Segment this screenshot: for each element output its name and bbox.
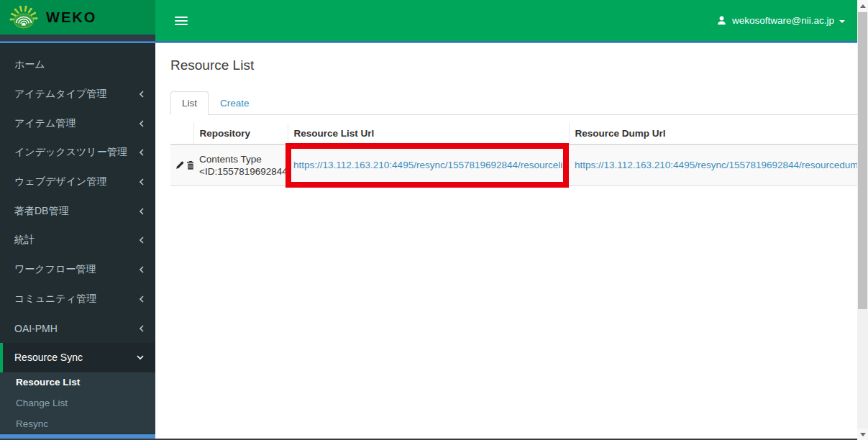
page-title: Resource List — [170, 58, 868, 73]
repository-cell: Contents Type <ID:1557819692844> — [193, 145, 288, 185]
resource-dump-url-link[interactable]: https://13.112.163.210:4495/resync/15578… — [575, 160, 868, 170]
delete-trash-icon[interactable] — [186, 160, 193, 170]
logo-text: WEKO — [46, 9, 96, 26]
col-header-resource-list-url: Resource List Url — [288, 123, 569, 145]
sidebar-item-workflow-admin[interactable]: ワークフロー管理 — [0, 255, 155, 285]
triangle-up-icon — [860, 4, 866, 8]
sidebar-item-authordb-admin[interactable]: 著者DB管理 — [0, 196, 155, 226]
scroll-down-button[interactable] — [857, 428, 868, 440]
main-content: Resource List List Create Repository Res… — [155, 43, 868, 440]
actions-cell — [170, 145, 193, 185]
user-icon — [716, 15, 727, 26]
scroll-up-button[interactable] — [857, 0, 868, 12]
sidebar-item-home[interactable]: ホーム — [0, 50, 155, 80]
user-email: wekosoftware@nii.ac.jp — [732, 15, 834, 26]
col-header-repository: Repository — [193, 123, 288, 145]
submenu-item-resource-list[interactable]: Resource List — [0, 372, 155, 393]
chevron-left-icon — [139, 236, 145, 244]
chevron-left-icon — [139, 119, 145, 128]
scrollbar-thumb[interactable] — [858, 12, 867, 309]
resource-dump-url-cell: https://13.112.163.210:4495/resync/15578… — [569, 145, 868, 185]
col-header-resource-dump-url: Resource Dump Url — [569, 123, 868, 145]
resource-sync-submenu: Resource List Change List Resync — [0, 372, 155, 434]
caret-down-icon — [839, 20, 845, 23]
top-navbar: wekosoftware@nii.ac.jp — [155, 0, 868, 41]
logo-container[interactable]: WEKO — [0, 0, 155, 35]
weko-sun-logo-icon — [7, 3, 40, 32]
sidebar-item-community-admin[interactable]: コミュニティ管理 — [0, 285, 155, 314]
edit-pencil-icon[interactable] — [175, 160, 185, 170]
col-header-actions — [170, 123, 193, 145]
resource-list-url-cell: https://13.112.163.210:4495/resync/15578… — [288, 145, 569, 185]
sidebar-item-webdesign-admin[interactable]: ウェブデザイン管理 — [0, 168, 155, 197]
sidebar-item-statistics[interactable]: 統計 — [0, 226, 155, 255]
chevron-left-icon — [139, 324, 145, 333]
tab-bar: List Create — [170, 91, 868, 115]
triangle-down-icon — [860, 433, 866, 436]
chevron-left-icon — [139, 148, 145, 157]
chevron-left-icon — [139, 295, 145, 303]
logo-sub-strip — [0, 35, 155, 41]
table-header-row: Repository Resource List Url Resource Du… — [170, 123, 868, 145]
resource-list-table: Repository Resource List Url Resource Du… — [170, 123, 868, 186]
sidebar-item-itemtype-admin[interactable]: アイテムタイプ管理 — [0, 80, 155, 109]
resource-list-url-link[interactable]: https://13.112.163.210:4495/resync/15578… — [293, 160, 569, 170]
chevron-down-icon — [136, 354, 145, 361]
sidebar-item-item-admin[interactable]: アイテム管理 — [0, 109, 155, 138]
chevron-left-icon — [139, 178, 145, 186]
vertical-scrollbar[interactable] — [857, 0, 868, 440]
chevron-left-icon — [139, 207, 145, 216]
tab-create[interactable]: Create — [209, 91, 261, 114]
sidebar-toggle-icon[interactable] — [175, 14, 188, 27]
sidebar-item-resource-sync[interactable]: Resource Sync — [0, 343, 155, 372]
chevron-left-icon — [139, 90, 145, 98]
sidebar-item-indextree-admin[interactable]: インデックスツリー管理 — [0, 138, 155, 168]
user-menu[interactable]: wekosoftware@nii.ac.jp — [716, 15, 845, 26]
tab-list[interactable]: List — [170, 91, 209, 115]
sidebar-item-oai-pmh[interactable]: OAI-PMH — [0, 313, 155, 343]
submenu-item-resync[interactable]: Resync — [0, 413, 155, 434]
chevron-left-icon — [139, 265, 145, 274]
submenu-item-change-list[interactable]: Change List — [0, 393, 155, 413]
sidebar-nav: ホーム アイテムタイプ管理 アイテム管理 インデックスツリー管理 ウェブデザイン… — [0, 43, 155, 440]
table-row: Contents Type <ID:1557819692844> https:/… — [170, 145, 868, 185]
